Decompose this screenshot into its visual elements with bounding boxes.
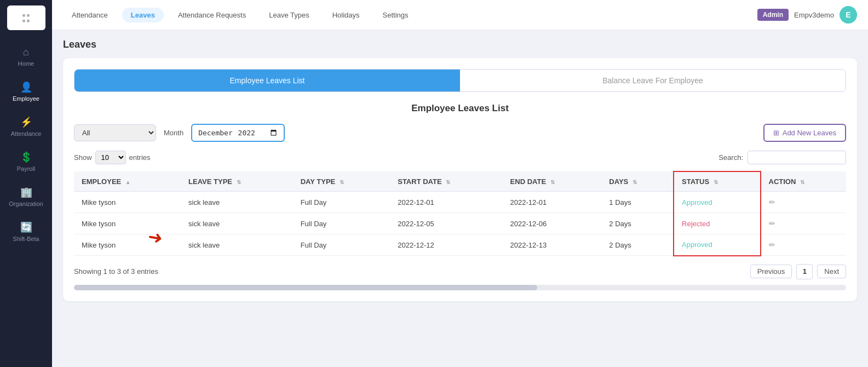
month-label: Month bbox=[164, 129, 183, 137]
sub-tab-balance-leave[interactable]: Balance Leave For Employee bbox=[460, 70, 846, 91]
payroll-icon: 💲 bbox=[20, 151, 32, 163]
cell-end-date: 2022-12-13 bbox=[503, 234, 602, 256]
add-new-leaves-button[interactable]: ⊞ Add New Leaves bbox=[763, 124, 846, 142]
organization-icon: 🏢 bbox=[20, 186, 32, 198]
shift-icon: 🔄 bbox=[20, 221, 32, 233]
page-title: Leaves bbox=[63, 39, 857, 50]
col-start-date[interactable]: START DATE ⇅ bbox=[390, 171, 502, 192]
cell-status: Rejected bbox=[674, 213, 760, 234]
cell-days: 2 Days bbox=[601, 234, 674, 256]
col-end-date[interactable]: END DATE ⇅ bbox=[503, 171, 602, 192]
cell-employee: Mike tyson bbox=[74, 192, 181, 213]
cell-action: ✏ bbox=[761, 213, 846, 234]
cell-leave-type: sick leave bbox=[181, 213, 293, 234]
cell-day-type: Full Day bbox=[293, 234, 390, 256]
edit-icon[interactable]: ✏ bbox=[769, 240, 775, 249]
add-icon: ⊞ bbox=[773, 129, 779, 137]
col-days[interactable]: DAYS ⇅ bbox=[601, 171, 674, 192]
sidebar-item-label-organization: Organization bbox=[9, 200, 43, 207]
edit-icon[interactable]: ✏ bbox=[769, 198, 775, 207]
search-label: Search: bbox=[718, 153, 743, 162]
cell-end-date: 2022-12-06 bbox=[503, 213, 602, 234]
current-page[interactable]: 1 bbox=[796, 264, 813, 279]
entries-label: entries bbox=[129, 153, 151, 162]
search-input[interactable] bbox=[748, 151, 846, 164]
month-input[interactable] bbox=[191, 124, 285, 142]
showing-text: Showing 1 to 3 of 3 entries bbox=[74, 267, 158, 276]
sidebar-item-payroll[interactable]: 💲 Payroll bbox=[0, 145, 52, 179]
horizontal-scrollbar[interactable] bbox=[74, 285, 846, 290]
topnav: Attendance Leaves Attendance Requests Le… bbox=[52, 0, 868, 30]
cell-status: Approved bbox=[674, 192, 760, 213]
show-entries: Show 10 25 50 100 entries bbox=[74, 151, 151, 164]
content-wrapper: Employee Leaves List Balance Leave For E… bbox=[63, 58, 857, 301]
sidebar-item-organization[interactable]: 🏢 Organization bbox=[0, 180, 52, 214]
col-employee[interactable]: EMPLOYEE ▲ bbox=[74, 171, 181, 192]
tab-leaves[interactable]: Leaves bbox=[122, 8, 164, 22]
cell-days: 2 Days bbox=[601, 213, 674, 234]
cell-leave-type: sick leave bbox=[181, 234, 293, 256]
user-name: Empv3demo bbox=[794, 11, 834, 19]
col-leave-type[interactable]: LEAVE TYPE ⇅ bbox=[181, 171, 293, 192]
table-row: Mike tyson sick leave Full Day 2022-12-0… bbox=[74, 192, 846, 213]
sidebar-item-employee[interactable]: 👤 Employee bbox=[0, 74, 52, 108]
cell-days: 1 Days bbox=[601, 192, 674, 213]
cell-leave-type: sick leave bbox=[181, 192, 293, 213]
sidebar-item-label-employee: Employee bbox=[13, 95, 39, 102]
sidebar-logo: ■ ■■ ■ bbox=[7, 5, 45, 30]
admin-badge: Admin bbox=[757, 9, 789, 21]
page-content: Leaves Employee Leaves List Balance Leav… bbox=[52, 30, 868, 367]
table-row: Mike tyson sick leave Full Day 2022-12-1… bbox=[74, 234, 846, 256]
main-card: Employee Leaves List Balance Leave For E… bbox=[63, 58, 857, 301]
sidebar: ■ ■■ ■ ⌂ Home 👤 Employee ⚡ Attendance 💲 … bbox=[0, 0, 52, 367]
cell-day-type: Full Day bbox=[293, 213, 390, 234]
all-filter-select[interactable]: All bbox=[74, 124, 156, 141]
tab-settings[interactable]: Settings bbox=[374, 8, 417, 22]
col-action[interactable]: ACTION ⇅ bbox=[761, 171, 846, 192]
sidebar-item-label-payroll: Payroll bbox=[17, 165, 36, 172]
cell-employee: Mike tyson bbox=[74, 213, 181, 234]
show-label: Show bbox=[74, 153, 92, 162]
scroll-thumb bbox=[74, 285, 537, 290]
next-button[interactable]: Next bbox=[817, 265, 846, 278]
table-footer: Showing 1 to 3 of 3 entries Previous 1 N… bbox=[74, 264, 846, 279]
col-status[interactable]: STATUS ⇅ bbox=[674, 171, 760, 192]
avatar[interactable]: E bbox=[840, 6, 857, 24]
cell-action: ✏ bbox=[761, 234, 846, 256]
entries-select[interactable]: 10 25 50 100 bbox=[95, 151, 126, 164]
sidebar-item-home[interactable]: ⌂ Home bbox=[0, 40, 52, 73]
edit-icon[interactable]: ✏ bbox=[769, 219, 775, 228]
filter-row: All Month ⊞ Add New Leaves bbox=[74, 124, 846, 142]
search-row: Search: bbox=[718, 151, 846, 164]
pagination: Previous 1 Next bbox=[750, 264, 846, 279]
sub-tab-employee-leaves[interactable]: Employee Leaves List bbox=[74, 70, 460, 91]
col-day-type[interactable]: DAY TYPE ⇅ bbox=[293, 171, 390, 192]
sidebar-item-label-shift: Shift-Beta bbox=[13, 236, 39, 242]
tab-attendance-requests[interactable]: Attendance Requests bbox=[169, 8, 255, 22]
cell-action: ✏ bbox=[761, 192, 846, 213]
cell-end-date: 2022-12-01 bbox=[503, 192, 602, 213]
tab-leave-types[interactable]: Leave Types bbox=[260, 8, 318, 22]
table-header: EMPLOYEE ▲ LEAVE TYPE ⇅ DAY TYPE ⇅ START… bbox=[74, 171, 846, 192]
cell-status: Approved bbox=[674, 234, 760, 256]
employee-icon: 👤 bbox=[20, 81, 32, 93]
cell-day-type: Full Day bbox=[293, 192, 390, 213]
sidebar-item-label-attendance: Attendance bbox=[11, 130, 42, 137]
sidebar-item-attendance[interactable]: ⚡ Attendance bbox=[0, 110, 52, 144]
show-row: Show 10 25 50 100 entries Search: bbox=[74, 151, 846, 164]
sidebar-item-shift-beta[interactable]: 🔄 Shift-Beta bbox=[0, 215, 52, 249]
section-title: Employee Leaves List bbox=[74, 103, 846, 114]
home-icon: ⌂ bbox=[23, 47, 29, 58]
cell-employee: Mike tyson bbox=[74, 234, 181, 256]
topnav-right: Admin Empv3demo E bbox=[757, 6, 857, 24]
main-content: Attendance Leaves Attendance Requests Le… bbox=[52, 0, 868, 367]
leaves-table: EMPLOYEE ▲ LEAVE TYPE ⇅ DAY TYPE ⇅ START… bbox=[74, 171, 846, 256]
attendance-icon: ⚡ bbox=[20, 116, 32, 128]
sidebar-item-label-home: Home bbox=[18, 60, 34, 67]
cell-start-date: 2022-12-12 bbox=[390, 234, 502, 256]
tab-holidays[interactable]: Holidays bbox=[324, 8, 369, 22]
previous-button[interactable]: Previous bbox=[750, 265, 792, 278]
tab-attendance[interactable]: Attendance bbox=[63, 8, 117, 22]
topnav-tabs: Attendance Leaves Attendance Requests Le… bbox=[63, 8, 417, 22]
table-body: Mike tyson sick leave Full Day 2022-12-0… bbox=[74, 192, 846, 256]
